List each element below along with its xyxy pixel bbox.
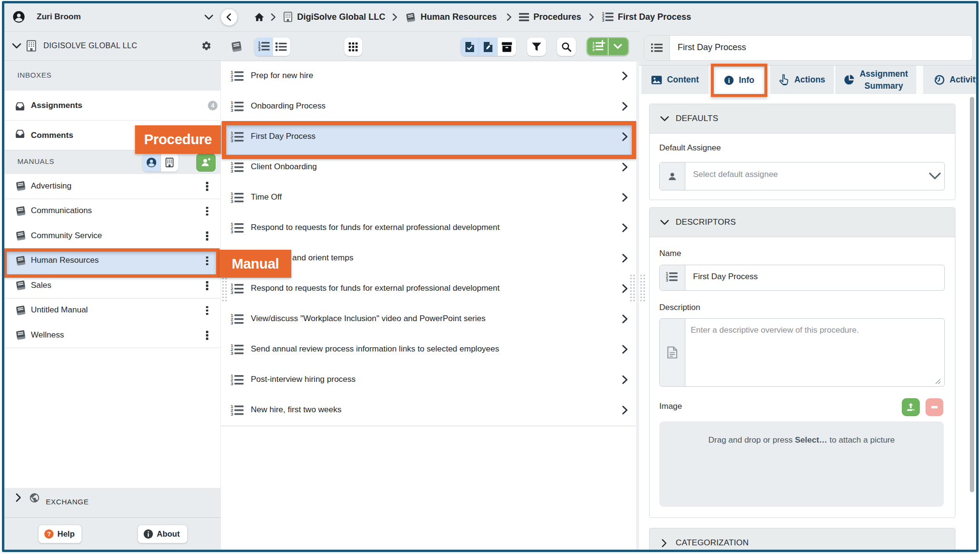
svg-text:3: 3: [231, 77, 233, 82]
svg-text:3: 3: [231, 229, 233, 234]
svg-text:3: 3: [231, 381, 233, 386]
svg-text:3: 3: [258, 47, 260, 52]
svg-text:3: 3: [602, 18, 604, 22]
svg-text:3: 3: [231, 411, 233, 416]
svg-text:3: 3: [231, 290, 233, 295]
svg-text:3: 3: [231, 199, 233, 203]
svg-text:3: 3: [231, 108, 233, 112]
svg-text:?: ?: [47, 531, 51, 538]
svg-text:3: 3: [666, 278, 668, 282]
svg-text:3: 3: [231, 320, 233, 325]
svg-text:3: 3: [592, 48, 595, 52]
svg-text:3: 3: [231, 168, 233, 173]
svg-text:3: 3: [231, 351, 233, 355]
svg-text:i: i: [728, 77, 730, 84]
svg-text:3: 3: [231, 138, 233, 143]
